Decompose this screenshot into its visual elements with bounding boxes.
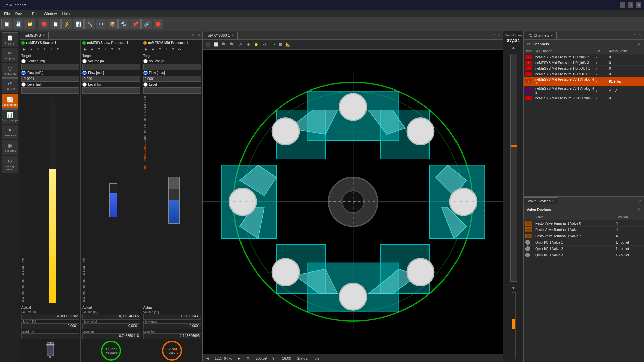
nemesys-tab-close[interactable]: ✕ (42, 34, 45, 37)
menu-device[interactable]: Device (13, 11, 30, 16)
lp-empty[interactable]: ⇓ (102, 46, 108, 52)
starter-play[interactable]: ▶ (21, 46, 28, 52)
mp-flow-input[interactable] (143, 76, 201, 82)
toolbar-btn-2[interactable]: 💾 (13, 19, 23, 29)
starter-stop[interactable]: ■ (28, 46, 34, 52)
close-button[interactable]: ✕ (636, 2, 641, 8)
io-tab[interactable]: I/O Channels ✕ (524, 32, 557, 39)
starter-flow-input[interactable] (21, 76, 79, 82)
starter-volume-input[interactable] (21, 64, 79, 70)
starter-radio-flow[interactable] (21, 71, 26, 75)
nav-spectroscopy2[interactable]: 📊 Spectroscopy (2, 109, 18, 124)
starter-fill[interactable]: ⇑ (48, 46, 54, 52)
rotaxys-tab[interactable]: rotAXYS360 1 ✕ (203, 32, 238, 39)
nav-led-array[interactable]: ▦ LED Array (2, 140, 18, 155)
starter-radio-volume[interactable] (21, 59, 26, 63)
toolbar-btn-9[interactable]: ⚙ (96, 19, 106, 29)
view-zoom-out[interactable]: 🔍 (228, 41, 236, 48)
view-select[interactable]: ↗ (236, 41, 244, 48)
view-home[interactable]: ⊕ (245, 41, 252, 48)
lp-volume-input[interactable] (82, 64, 140, 70)
toolbar-btn-11[interactable]: 🔩 (118, 19, 129, 29)
lp-fill[interactable]: ⇑ (109, 46, 115, 52)
nav-nemesys[interactable]: ⬡ neMESYS (2, 63, 18, 78)
starter-settings[interactable]: ⚙ (55, 46, 61, 52)
view-fit[interactable]: ⬜ (212, 41, 220, 48)
valve-settings[interactable]: ⚙ (637, 207, 641, 212)
toolbar-btn-1[interactable]: 📋 (1, 19, 12, 29)
lp-ref[interactable]: ⟲ (96, 46, 102, 52)
toolbar-btn-13[interactable]: 🔗 (141, 19, 152, 29)
valve-minimize[interactable]: ─ (627, 199, 632, 203)
nav-rotaxys[interactable]: ↺ rotAXYS (2, 78, 18, 93)
menu-help[interactable]: Help (59, 11, 72, 16)
mp-fill[interactable]: ⇑ (170, 46, 176, 52)
starter-ref[interactable]: ⟲ (35, 46, 41, 52)
height-slider[interactable] (510, 54, 517, 282)
valve-tab[interactable]: Valve Devices ✕ (524, 197, 558, 204)
nemesys-minimize[interactable]: ─ (185, 33, 190, 38)
mp-settings[interactable]: ⚙ (177, 46, 183, 52)
lp-flow-input[interactable] (82, 76, 140, 82)
toolbar-btn-7[interactable]: 📊 (73, 19, 84, 29)
lp-settings[interactable]: ⚙ (116, 46, 122, 52)
starter-radio-level[interactable] (21, 82, 26, 87)
menu-window[interactable]: Window (41, 11, 59, 16)
nemesys-close[interactable]: ✕ (196, 33, 201, 38)
height-down[interactable]: ▼ (510, 284, 517, 291)
toolbar-btn-10[interactable]: 📦 (107, 19, 118, 29)
nav-spectroscopy[interactable]: 📈 Spectroscopy (2, 94, 18, 109)
view-rotate[interactable]: ↺ (261, 41, 268, 48)
io-settings[interactable]: ⚙ (637, 42, 641, 46)
toolbar-btn-6[interactable]: ⚡ (61, 19, 72, 29)
toolbar-btn-3[interactable]: 📁 (24, 19, 35, 29)
nav-nemaxys[interactable]: ✦ neMAXYS (2, 125, 18, 139)
view-grid[interactable]: ⊞ (277, 41, 284, 48)
io-tab-close[interactable]: ✕ (550, 34, 553, 37)
rotaxys-minimize[interactable]: ─ (486, 33, 491, 38)
mp-radio-flow[interactable] (143, 71, 148, 75)
starter-empty[interactable]: ⇓ (42, 46, 48, 52)
io-minimize[interactable]: ─ (627, 33, 632, 38)
view-color[interactable]: ⬛ (204, 41, 212, 48)
menu-file[interactable]: File (1, 11, 13, 16)
mp-stop[interactable]: ■ (150, 46, 156, 52)
nemesys-maximize[interactable]: □ (191, 33, 196, 38)
io-close[interactable]: ✕ (638, 33, 643, 38)
lp-radio-level[interactable] (82, 82, 87, 87)
mp-empty[interactable]: ⇓ (163, 46, 169, 52)
mp-radio-volume[interactable] (143, 59, 148, 63)
view-zoom-in[interactable]: 🔍 (220, 41, 228, 48)
lp-stop[interactable]: ■ (89, 46, 95, 52)
rotaxys-tab-close[interactable]: ✕ (231, 34, 234, 37)
nemesys-tab[interactable]: neMESYS ✕ (20, 32, 49, 39)
mp-ref[interactable]: ⟲ (157, 46, 163, 52)
toolbar-btn-4[interactable]: 🔴 (39, 19, 49, 29)
view-measure[interactable]: 📐 (285, 41, 292, 48)
toolbar-btn-5[interactable]: 📋 (50, 19, 61, 29)
toolbar-btn-12[interactable]: 📌 (130, 19, 141, 29)
lp-play[interactable]: ▶ (82, 46, 88, 52)
mp-radio-level[interactable] (143, 82, 148, 87)
maximize-button[interactable]: □ (628, 2, 633, 8)
rotaxys-close[interactable]: ✕ (497, 33, 502, 38)
toolbar-btn-8[interactable]: 🔧 (84, 19, 95, 29)
lp-level-input[interactable] (82, 87, 140, 94)
valve-tab-close[interactable]: ✕ (552, 199, 555, 203)
valve-close[interactable]: ✕ (638, 199, 643, 203)
stage-viewer[interactable] (203, 50, 503, 354)
nav-scripting[interactable]: ✏ Scripting (2, 48, 18, 62)
toolbar-btn-14[interactable]: 🔴 (153, 19, 163, 29)
height-up[interactable]: ▲ (510, 44, 517, 51)
io-maximize[interactable]: □ (633, 33, 637, 38)
nav-tubing-pump[interactable]: ⊙ Tubing Pump (2, 156, 18, 173)
rotaxys-maximize[interactable]: □ (492, 33, 496, 38)
lp-radio-flow[interactable] (82, 71, 87, 75)
mp-play[interactable]: ▶ (143, 46, 149, 52)
starter-level-input[interactable] (21, 87, 79, 94)
menu-edit[interactable]: Edit (29, 11, 41, 16)
view-pan[interactable]: ✋ (253, 41, 260, 48)
nav-logging[interactable]: 📋 Logging (2, 32, 18, 47)
view-mirror[interactable]: ⟺ (269, 41, 276, 48)
valve-maximize[interactable]: □ (633, 199, 637, 203)
